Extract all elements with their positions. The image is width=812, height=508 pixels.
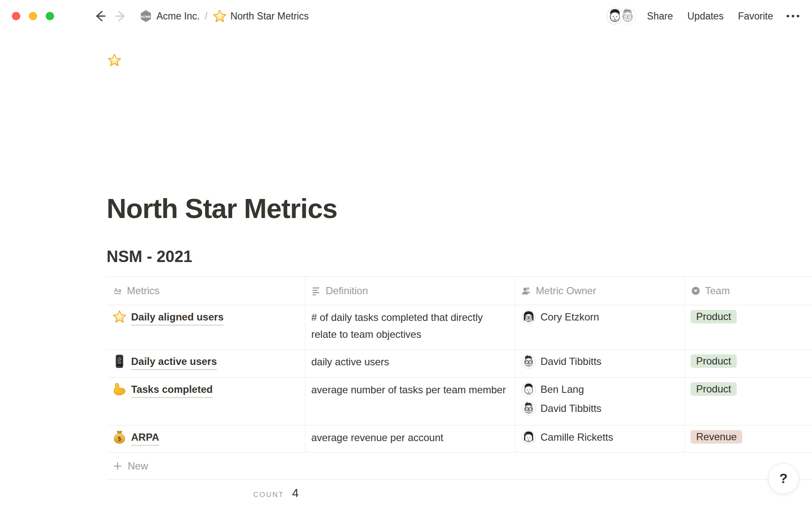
column-label: Team	[705, 285, 730, 297]
back-arrow-icon[interactable]	[93, 9, 107, 23]
page-icon-star[interactable]	[107, 53, 121, 67]
owner-avatar	[521, 382, 536, 397]
help-button[interactable]: ?	[768, 463, 799, 494]
owner-cell: Ben Lang David Tibbitts	[516, 378, 685, 425]
column-label: Metrics	[127, 285, 159, 297]
metric-page-link[interactable]: Daily aligned users	[131, 310, 224, 326]
owner-cell: Cory Etzkorn	[516, 305, 685, 349]
table-row: $ ARPA average revenue per account Camil…	[107, 425, 812, 453]
collaborator-avatars	[606, 8, 636, 25]
team-cell: Product	[685, 378, 812, 425]
owner-avatar	[521, 401, 536, 416]
owner-name: Cory Etzkorn	[540, 311, 599, 323]
column-label: Definition	[326, 285, 368, 297]
table-row: Daily aligned users # of daily tasks com…	[107, 305, 812, 350]
acme-logo-icon: ACME	[140, 10, 152, 22]
owner-name: Camille Ricketts	[540, 431, 613, 443]
svg-text:Aa: Aa	[114, 287, 121, 293]
column-header-metric-owner[interactable]: Metric Owner	[516, 277, 685, 305]
team-cell: Product	[685, 350, 812, 377]
breadcrumb-separator: /	[205, 11, 207, 22]
table-row: Daily active users daily active users Da…	[107, 350, 812, 378]
updates-button[interactable]: Updates	[687, 11, 724, 22]
column-label: Metric Owner	[536, 285, 596, 297]
new-row-label: New	[128, 460, 148, 472]
person-property-icon	[521, 286, 532, 296]
metric-cell: Tasks completed	[107, 378, 305, 425]
traffic-lights	[12, 12, 54, 20]
team-tag[interactable]: Product	[691, 382, 737, 396]
team-tag[interactable]: Product	[691, 354, 737, 368]
owner-chip[interactable]: Ben Lang	[521, 382, 678, 397]
owner-name: David Tibbitts	[540, 356, 601, 367]
metric-page-link[interactable]: ARPA	[131, 430, 159, 446]
count-footer[interactable]: COUNT 4	[107, 480, 305, 500]
owner-avatar	[521, 310, 536, 324]
table-row: Tasks completed average number of tasks …	[107, 378, 812, 425]
breadcrumb: ACME Acme Inc. / North Star Metrics	[140, 9, 309, 23]
metric-cell: $ ARPA	[107, 425, 305, 452]
page-star-icon	[213, 9, 227, 23]
metric-cell: Daily aligned users	[107, 305, 305, 349]
definition-cell[interactable]: average number of tasks per team member	[305, 378, 516, 425]
team-tag[interactable]: Revenue	[691, 430, 742, 444]
svg-text:$: $	[118, 435, 122, 442]
svg-text:ACME: ACME	[141, 15, 151, 19]
sidebar-menu-icon[interactable]	[66, 11, 80, 22]
team-cell: Product	[685, 305, 812, 349]
team-tag[interactable]: Product	[691, 310, 737, 323]
metrics-table: Aa Metrics Definition Metric Owner Team …	[107, 276, 812, 500]
owner-cell: Camille Ricketts	[516, 425, 685, 452]
collaborator-avatar-2[interactable]	[619, 8, 636, 25]
new-row-button[interactable]: New	[107, 453, 812, 480]
metric-page-link[interactable]: Daily active users	[131, 354, 217, 370]
share-button[interactable]: Share	[647, 11, 673, 22]
favorite-button[interactable]: Favorite	[738, 11, 773, 22]
flexed-biceps-emoji	[112, 382, 126, 396]
section-heading[interactable]: NSM - 2021	[107, 248, 192, 266]
column-header-team[interactable]: Team	[685, 277, 812, 305]
select-property-icon	[691, 286, 701, 296]
owner-avatar	[521, 354, 536, 369]
breadcrumb-workspace[interactable]: Acme Inc.	[156, 11, 200, 22]
owner-chip[interactable]: Camille Ricketts	[521, 430, 678, 444]
more-options-icon[interactable]	[787, 15, 799, 17]
team-cell: Revenue	[685, 425, 812, 452]
owner-cell: David Tibbitts	[516, 350, 685, 377]
money-bag-emoji: $	[112, 430, 126, 444]
owner-name: David Tibbitts	[540, 403, 601, 414]
minimize-window-button[interactable]	[29, 12, 37, 20]
text-property-icon	[311, 286, 321, 296]
owner-chip[interactable]: David Tibbitts	[521, 401, 678, 416]
owner-chip[interactable]: David Tibbitts	[521, 354, 678, 369]
owner-name: Ben Lang	[540, 384, 584, 395]
table-header-row: Aa Metrics Definition Metric Owner Team	[107, 276, 812, 305]
breadcrumb-page[interactable]: North Star Metrics	[230, 11, 309, 22]
close-window-button[interactable]	[12, 12, 20, 20]
column-header-definition[interactable]: Definition	[305, 277, 516, 305]
metric-page-link[interactable]: Tasks completed	[131, 382, 213, 398]
definition-cell[interactable]: # of daily tasks completed that directly…	[305, 305, 516, 349]
definition-cell[interactable]: daily active users	[305, 350, 516, 377]
owner-chip[interactable]: Cory Etzkorn	[521, 310, 678, 324]
star-emoji	[112, 310, 126, 324]
metric-cell: Daily active users	[107, 350, 305, 377]
column-header-metrics[interactable]: Aa Metrics	[107, 277, 305, 305]
forward-arrow-icon[interactable]	[113, 9, 128, 23]
page-title[interactable]: North Star Metrics	[107, 193, 337, 224]
count-value: 4	[292, 486, 299, 500]
mobile-phone-emoji	[112, 354, 126, 368]
definition-cell[interactable]: average revenue per account	[305, 425, 516, 452]
zoom-window-button[interactable]	[46, 12, 54, 20]
plus-icon	[112, 461, 123, 471]
count-label: COUNT	[253, 491, 284, 499]
window-topbar: ACME Acme Inc. / North Star Metrics	[0, 0, 812, 32]
title-property-icon: Aa	[112, 286, 123, 296]
owner-avatar	[521, 430, 536, 444]
